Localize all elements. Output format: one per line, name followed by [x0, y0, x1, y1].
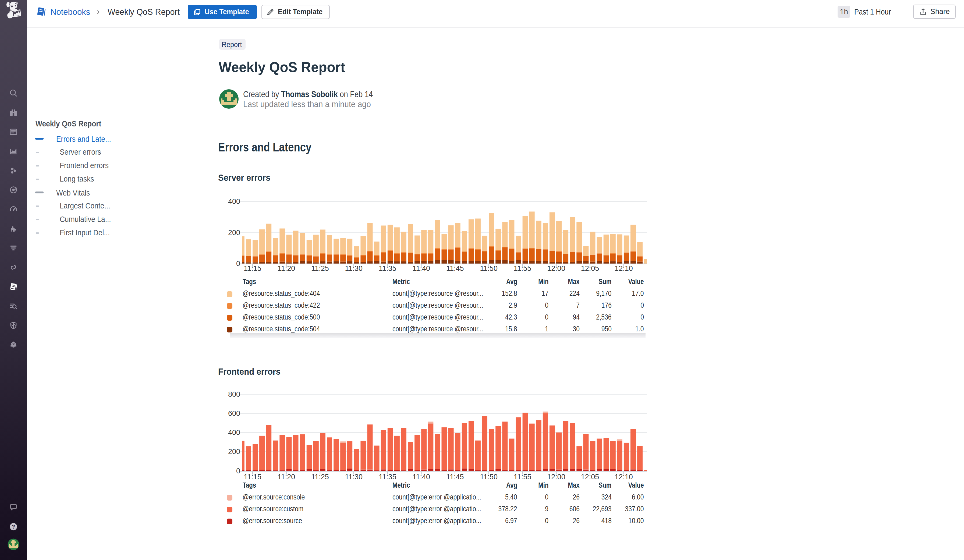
- svg-text:12:05: 12:05: [581, 473, 599, 481]
- svg-text:11:50: 11:50: [480, 264, 498, 272]
- svg-text:400: 400: [228, 428, 240, 436]
- svg-text:11:55: 11:55: [514, 264, 531, 272]
- svg-text:11:20: 11:20: [278, 264, 295, 272]
- svg-text:11:30: 11:30: [345, 264, 363, 272]
- svg-text:11:30: 11:30: [345, 473, 363, 481]
- svg-text:800: 800: [228, 390, 240, 398]
- svg-text:11:55: 11:55: [514, 473, 531, 481]
- svg-text:200: 200: [228, 229, 240, 237]
- svg-text:11:15: 11:15: [244, 473, 261, 481]
- svg-text:12:10: 12:10: [615, 473, 633, 481]
- svg-text:11:45: 11:45: [446, 473, 464, 481]
- svg-text:11:35: 11:35: [379, 264, 396, 272]
- svg-text:11:25: 11:25: [311, 264, 329, 272]
- svg-text:11:15: 11:15: [244, 264, 261, 272]
- svg-text:600: 600: [228, 409, 240, 417]
- svg-text:200: 200: [228, 448, 240, 456]
- svg-text:11:45: 11:45: [446, 264, 464, 272]
- svg-text:11:20: 11:20: [278, 473, 295, 481]
- svg-text:11:50: 11:50: [480, 473, 498, 481]
- svg-text:11:40: 11:40: [412, 473, 430, 481]
- svg-text:11:35: 11:35: [379, 473, 396, 481]
- svg-text:11:25: 11:25: [311, 473, 329, 481]
- svg-text:400: 400: [228, 198, 240, 205]
- svg-text:12:05: 12:05: [581, 264, 599, 272]
- svg-text:0: 0: [236, 467, 240, 475]
- svg-text:11:40: 11:40: [412, 264, 430, 272]
- svg-text:12:00: 12:00: [547, 473, 565, 481]
- svg-text:?: ?: [12, 524, 15, 530]
- svg-text:12:10: 12:10: [615, 264, 633, 272]
- svg-text:0: 0: [236, 260, 240, 268]
- svg-text:12:00: 12:00: [547, 264, 565, 272]
